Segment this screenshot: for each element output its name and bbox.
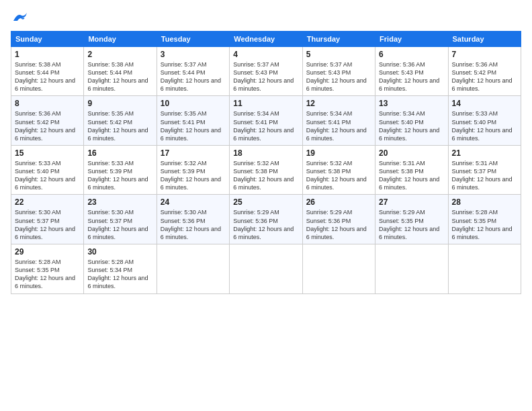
calendar-cell: 27Sunrise: 5:29 AMSunset: 5:35 PMDayligh… [375, 195, 448, 244]
day-number: 27 [379, 197, 444, 207]
calendar-cell: 6Sunrise: 5:36 AMSunset: 5:43 PMDaylight… [375, 46, 448, 96]
day-info: Sunrise: 5:28 AMSunset: 5:35 PMDaylight:… [15, 258, 80, 291]
calendar-cell: 5Sunrise: 5:37 AMSunset: 5:43 PMDaylight… [302, 46, 375, 96]
calendar-cell: 18Sunrise: 5:32 AMSunset: 5:38 PMDayligh… [230, 145, 302, 195]
header-sunday: Sunday [11, 31, 84, 46]
day-info: Sunrise: 5:29 AMSunset: 5:35 PMDaylight:… [379, 208, 444, 241]
day-info: Sunrise: 5:35 AMSunset: 5:42 PMDaylight:… [87, 109, 152, 142]
day-number: 11 [233, 99, 298, 108]
day-number: 26 [306, 197, 371, 207]
calendar-cell: 26Sunrise: 5:29 AMSunset: 5:36 PMDayligh… [302, 195, 375, 244]
day-info: Sunrise: 5:34 AMSunset: 5:40 PMDaylight:… [379, 109, 444, 142]
header-row: SundayMondayTuesdayWednesdayThursdayFrid… [11, 31, 521, 46]
day-number: 5 [306, 50, 371, 59]
calendar-cell: 21Sunrise: 5:31 AMSunset: 5:37 PMDayligh… [448, 145, 521, 195]
day-number: 13 [379, 99, 444, 108]
week-row-1: 1Sunrise: 5:38 AMSunset: 5:44 PMDaylight… [11, 46, 521, 96]
calendar-cell: 30Sunrise: 5:28 AMSunset: 5:34 PMDayligh… [84, 244, 157, 294]
calendar-cell [157, 244, 229, 294]
day-info: Sunrise: 5:34 AMSunset: 5:41 PMDaylight:… [306, 109, 371, 142]
day-number: 9 [87, 99, 152, 108]
day-info: Sunrise: 5:28 AMSunset: 5:35 PMDaylight:… [452, 208, 517, 241]
day-number: 30 [87, 247, 152, 257]
day-number: 18 [233, 148, 298, 158]
calendar-cell: 29Sunrise: 5:28 AMSunset: 5:35 PMDayligh… [11, 244, 84, 294]
day-info: Sunrise: 5:35 AMSunset: 5:41 PMDaylight:… [161, 109, 226, 142]
calendar-cell: 19Sunrise: 5:32 AMSunset: 5:38 PMDayligh… [302, 145, 375, 195]
header-friday: Friday [375, 31, 448, 46]
calendar-cell: 11Sunrise: 5:34 AMSunset: 5:41 PMDayligh… [230, 96, 302, 146]
calendar-cell: 7Sunrise: 5:36 AMSunset: 5:42 PMDaylight… [448, 46, 521, 96]
header [11, 11, 521, 24]
day-number: 12 [306, 99, 371, 108]
header-monday: Monday [84, 31, 157, 46]
calendar-cell: 9Sunrise: 5:35 AMSunset: 5:42 PMDaylight… [84, 96, 157, 146]
day-info: Sunrise: 5:38 AMSunset: 5:44 PMDaylight:… [87, 60, 152, 93]
header-tuesday: Tuesday [157, 31, 229, 46]
calendar-cell: 4Sunrise: 5:37 AMSunset: 5:43 PMDaylight… [230, 46, 302, 96]
calendar-cell: 12Sunrise: 5:34 AMSunset: 5:41 PMDayligh… [302, 96, 375, 146]
day-info: Sunrise: 5:33 AMSunset: 5:39 PMDaylight:… [87, 159, 152, 192]
day-number: 19 [306, 148, 371, 158]
calendar-cell: 28Sunrise: 5:28 AMSunset: 5:35 PMDayligh… [448, 195, 521, 244]
day-number: 3 [161, 50, 226, 59]
day-number: 25 [233, 197, 298, 207]
calendar-cell: 1Sunrise: 5:38 AMSunset: 5:44 PMDaylight… [11, 46, 84, 96]
day-info: Sunrise: 5:30 AMSunset: 5:36 PMDaylight:… [161, 208, 226, 241]
calendar-cell [375, 244, 448, 294]
header-wednesday: Wednesday [230, 31, 302, 46]
day-number: 16 [87, 148, 152, 158]
day-number: 22 [15, 197, 80, 207]
week-row-3: 15Sunrise: 5:33 AMSunset: 5:40 PMDayligh… [11, 145, 521, 195]
calendar-table: SundayMondayTuesdayWednesdayThursdayFrid… [11, 31, 521, 294]
day-info: Sunrise: 5:32 AMSunset: 5:38 PMDaylight:… [233, 159, 298, 192]
day-info: Sunrise: 5:37 AMSunset: 5:43 PMDaylight:… [233, 60, 298, 93]
day-number: 10 [161, 99, 226, 108]
header-saturday: Saturday [448, 31, 521, 46]
calendar-cell: 17Sunrise: 5:32 AMSunset: 5:39 PMDayligh… [157, 145, 229, 195]
day-number: 1 [15, 50, 80, 59]
day-info: Sunrise: 5:29 AMSunset: 5:36 PMDaylight:… [306, 208, 371, 241]
day-info: Sunrise: 5:29 AMSunset: 5:36 PMDaylight:… [233, 208, 298, 241]
day-number: 28 [452, 197, 517, 207]
logo [11, 11, 28, 24]
day-number: 20 [379, 148, 444, 158]
calendar-cell: 15Sunrise: 5:33 AMSunset: 5:40 PMDayligh… [11, 145, 84, 195]
week-row-4: 22Sunrise: 5:30 AMSunset: 5:37 PMDayligh… [11, 195, 521, 244]
header-thursday: Thursday [302, 31, 375, 46]
day-info: Sunrise: 5:34 AMSunset: 5:41 PMDaylight:… [233, 109, 298, 142]
week-row-2: 8Sunrise: 5:36 AMSunset: 5:42 PMDaylight… [11, 96, 521, 146]
calendar-cell: 13Sunrise: 5:34 AMSunset: 5:40 PMDayligh… [375, 96, 448, 146]
calendar-cell: 24Sunrise: 5:30 AMSunset: 5:36 PMDayligh… [157, 195, 229, 244]
day-number: 23 [87, 197, 152, 207]
week-row-5: 29Sunrise: 5:28 AMSunset: 5:35 PMDayligh… [11, 244, 521, 294]
calendar-cell: 3Sunrise: 5:37 AMSunset: 5:44 PMDaylight… [157, 46, 229, 96]
calendar-cell: 22Sunrise: 5:30 AMSunset: 5:37 PMDayligh… [11, 195, 84, 244]
day-info: Sunrise: 5:30 AMSunset: 5:37 PMDaylight:… [87, 208, 152, 241]
day-info: Sunrise: 5:33 AMSunset: 5:40 PMDaylight:… [15, 159, 80, 192]
day-number: 14 [452, 99, 517, 108]
day-number: 24 [161, 197, 226, 207]
day-info: Sunrise: 5:36 AMSunset: 5:42 PMDaylight:… [452, 60, 517, 93]
logo-bird-icon [12, 11, 27, 24]
calendar-cell: 2Sunrise: 5:38 AMSunset: 5:44 PMDaylight… [84, 46, 157, 96]
day-info: Sunrise: 5:31 AMSunset: 5:38 PMDaylight:… [379, 159, 444, 192]
day-info: Sunrise: 5:37 AMSunset: 5:44 PMDaylight:… [161, 60, 226, 93]
day-info: Sunrise: 5:36 AMSunset: 5:43 PMDaylight:… [379, 60, 444, 93]
day-info: Sunrise: 5:38 AMSunset: 5:44 PMDaylight:… [15, 60, 80, 93]
day-info: Sunrise: 5:37 AMSunset: 5:43 PMDaylight:… [306, 60, 371, 93]
day-info: Sunrise: 5:31 AMSunset: 5:37 PMDaylight:… [452, 159, 517, 192]
calendar-cell: 14Sunrise: 5:33 AMSunset: 5:40 PMDayligh… [448, 96, 521, 146]
calendar-cell [448, 244, 521, 294]
calendar-cell: 16Sunrise: 5:33 AMSunset: 5:39 PMDayligh… [84, 145, 157, 195]
day-number: 29 [15, 247, 80, 257]
day-number: 21 [452, 148, 517, 158]
day-info: Sunrise: 5:32 AMSunset: 5:38 PMDaylight:… [306, 159, 371, 192]
calendar-cell [302, 244, 375, 294]
calendar-cell: 25Sunrise: 5:29 AMSunset: 5:36 PMDayligh… [230, 195, 302, 244]
calendar-cell [230, 244, 302, 294]
calendar-cell: 23Sunrise: 5:30 AMSunset: 5:37 PMDayligh… [84, 195, 157, 244]
calendar-cell: 8Sunrise: 5:36 AMSunset: 5:42 PMDaylight… [11, 96, 84, 146]
day-number: 4 [233, 50, 298, 59]
day-info: Sunrise: 5:33 AMSunset: 5:40 PMDaylight:… [452, 109, 517, 142]
